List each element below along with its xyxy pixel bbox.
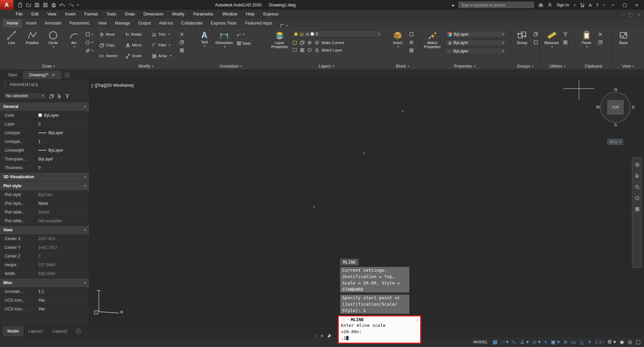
- dimension-button[interactable]: Dimension ▾: [213, 29, 235, 48]
- ribbon-tab[interactable]: Parametric: [66, 19, 94, 28]
- maximize-button[interactable]: □: [621, 2, 629, 7]
- file-tab-drawing1[interactable]: Drawing1* ×: [23, 71, 61, 79]
- menu-item[interactable]: Help: [242, 10, 259, 19]
- autocad-logo[interactable]: A: [0, 0, 13, 10]
- lineweight-select[interactable]: ByLayer ▾: [445, 39, 506, 46]
- panel-label-layers[interactable]: Layers▾: [267, 63, 386, 70]
- command-grip-icon[interactable]: ∷: [315, 334, 317, 338]
- isolate-objects-icon[interactable]: ◎: [628, 339, 632, 345]
- layer-tool-icon[interactable]: [299, 40, 305, 45]
- array-button[interactable]: Array▾: [152, 53, 178, 59]
- command-close-icon[interactable]: ×: [320, 334, 324, 338]
- menu-item[interactable]: Dimension: [139, 10, 168, 19]
- undo-button[interactable]: ↶▾: [59, 2, 65, 8]
- new-layout-button[interactable]: +: [76, 329, 81, 334]
- save-as-icon[interactable]: [43, 2, 48, 7]
- polyline-button[interactable]: Polyline: [23, 29, 42, 45]
- group-button[interactable]: Group: [512, 29, 532, 45]
- fillet-button[interactable]: Fillet▾: [152, 43, 178, 48]
- command-input-line[interactable]: .2: [341, 335, 418, 341]
- new-drawing-button[interactable]: +: [65, 73, 70, 78]
- layer-tool-icon[interactable]: [292, 47, 297, 52]
- ribbon-tab[interactable]: Output: [134, 19, 155, 28]
- menu-item[interactable]: Tools: [102, 10, 120, 19]
- doc-minimize-button[interactable]: −: [621, 12, 626, 17]
- menu-item[interactable]: Edit: [27, 10, 43, 19]
- menu-item[interactable]: Parametric: [189, 10, 218, 19]
- erase-tool-button[interactable]: [179, 32, 184, 37]
- ribbon-tab[interactable]: View: [94, 19, 111, 28]
- redo-button[interactable]: ↷▾: [68, 2, 74, 8]
- measure-button[interactable]: Measure ▾: [542, 29, 561, 48]
- toggle-pickadd-icon[interactable]: [49, 93, 54, 99]
- quick-calc-button[interactable]: [563, 40, 568, 45]
- panel-label-block[interactable]: Block▾: [386, 63, 419, 70]
- layer-select[interactable]: 0 ▾: [292, 30, 382, 38]
- cut-button[interactable]: [598, 32, 603, 37]
- panel-label-groups[interactable]: Groups▾: [511, 63, 540, 70]
- hatch-tool-button[interactable]: ▾: [85, 48, 93, 53]
- layer-tool-icon[interactable]: [307, 40, 312, 45]
- chevron-down-icon[interactable]: ▾: [348, 318, 349, 321]
- clean-screen-icon[interactable]: ▢: [636, 339, 641, 345]
- ribbon-tab[interactable]: Insert: [22, 19, 40, 28]
- showmotion-icon[interactable]: [635, 206, 640, 211]
- trim-button[interactable]: Trim▾: [152, 32, 178, 37]
- text-button[interactable]: A Text ▾: [197, 29, 212, 48]
- command-customize-icon[interactable]: [327, 333, 332, 338]
- annotation-visibility-icon[interactable]: △: [580, 339, 584, 345]
- layer-tool-icon[interactable]: [314, 47, 319, 52]
- autodesk-app-icon[interactable]: A: [589, 2, 592, 8]
- open-file-icon[interactable]: [26, 2, 31, 7]
- layout-tab[interactable]: Model: [3, 326, 24, 336]
- viewcube-south-label[interactable]: S: [614, 122, 617, 127]
- add-scales-icon[interactable]: +: [587, 339, 592, 345]
- chevron-down-icon[interactable]: ▾: [574, 3, 576, 7]
- ribbon-tab[interactable]: Add-ins: [155, 19, 177, 28]
- orbit-icon[interactable]: [635, 195, 640, 200]
- new-file-icon[interactable]: [17, 2, 23, 7]
- match-layer-button[interactable]: Match Layer: [322, 48, 342, 52]
- menu-item[interactable]: Window: [218, 10, 241, 19]
- minimize-button[interactable]: −: [609, 2, 617, 7]
- make-current-button[interactable]: Make Current: [322, 41, 344, 45]
- arc-button[interactable]: Arc ▾: [64, 29, 84, 48]
- insert-button[interactable]: Insert ▾: [388, 29, 407, 48]
- plot-icon[interactable]: [51, 2, 56, 7]
- stretch-button[interactable]: Stretch: [99, 53, 125, 59]
- doc-restore-button[interactable]: □: [629, 12, 633, 17]
- move-button[interactable]: Move: [99, 32, 125, 37]
- menu-item[interactable]: Modify: [168, 10, 189, 19]
- scale-button[interactable]: Scale: [125, 53, 152, 59]
- ribbon-tab[interactable]: Collaborate: [177, 19, 207, 28]
- viewcube-north-label[interactable]: N: [614, 87, 617, 92]
- circle-button[interactable]: Circle ▾: [43, 29, 63, 48]
- layer-tool-icon[interactable]: [299, 47, 305, 52]
- section-header-plot-style[interactable]: Plot style▾: [0, 181, 89, 190]
- block-editor-button[interactable]: [409, 48, 414, 53]
- linetype-select[interactable]: ByLayer ▾: [445, 48, 506, 54]
- copy-button[interactable]: Copy: [99, 43, 125, 48]
- save-icon[interactable]: [34, 2, 39, 7]
- ungroup-button[interactable]: [533, 32, 538, 37]
- layer-tool-icon[interactable]: [314, 40, 319, 45]
- panel-label-modify[interactable]: Modify▾: [97, 63, 195, 70]
- panel-label-annotation[interactable]: Annotation▾: [195, 63, 267, 70]
- layer-properties-button[interactable]: Layer Properties: [269, 29, 291, 49]
- section-header-general[interactable]: General▾: [0, 102, 89, 111]
- object-snap-tracking-icon[interactable]: ⌖: [544, 339, 547, 345]
- pan-icon[interactable]: [635, 173, 640, 178]
- viewcube-west-label[interactable]: W: [596, 105, 600, 110]
- chevron-down-icon[interactable]: ▾: [603, 3, 605, 7]
- file-tab-start[interactable]: Start: [2, 71, 23, 79]
- mirror-button[interactable]: Mirror: [125, 43, 152, 48]
- model-space-indicator[interactable]: MODEL: [474, 340, 488, 344]
- copy-clip-button[interactable]: [598, 40, 603, 45]
- menu-item[interactable]: Draw: [121, 10, 139, 19]
- select-objects-icon[interactable]: [57, 93, 62, 99]
- quick-select-icon[interactable]: [65, 93, 70, 99]
- match-properties-button[interactable]: Match Properties: [421, 29, 444, 49]
- line-button[interactable]: Line: [2, 29, 21, 45]
- object-snap-icon[interactable]: ▣ ▾: [551, 339, 560, 345]
- sign-in-button[interactable]: Sign In: [556, 3, 569, 7]
